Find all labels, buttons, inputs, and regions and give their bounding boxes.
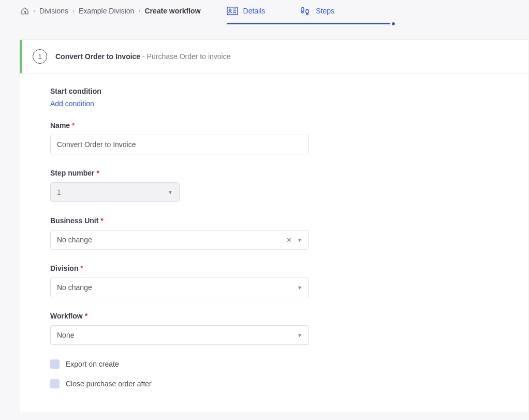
export-on-create-label: Export on create: [66, 360, 119, 368]
field-name: Name *: [50, 121, 346, 154]
close-po-checkbox[interactable]: [50, 379, 60, 388]
close-po-label: Close purchase order after: [66, 380, 152, 388]
breadcrumbs: › Divisions › Example Division › Create …: [21, 7, 201, 15]
export-on-create-checkbox[interactable]: [50, 359, 60, 369]
business-unit-value: No change: [57, 236, 92, 244]
chevron-down-icon: ▼: [297, 332, 302, 338]
step-card: 1 Convert Order to Invoice - Purchase Or…: [20, 39, 529, 412]
breadcrumb-current: Create workflow: [144, 7, 200, 15]
clear-icon[interactable]: ✕: [286, 236, 292, 244]
workflow-select[interactable]: None ▼: [50, 325, 309, 345]
step-subtitle: - Purchase Order to invoice: [142, 52, 230, 61]
step-title-wrap: Convert Order to Invoice - Purchase Orde…: [55, 52, 230, 61]
chevron-right-icon: ›: [138, 7, 140, 15]
chevron-right-icon: ›: [33, 7, 35, 15]
field-division: Division * No change ▼: [50, 264, 346, 297]
progress-tabs: Details Steps: [227, 6, 335, 16]
required-asterisk: *: [72, 121, 75, 129]
add-condition-link[interactable]: Add condition: [50, 99, 94, 108]
footsteps-icon: [299, 6, 311, 16]
form-body: Start condition Add condition Name * Ste…: [20, 74, 357, 409]
chevron-right-icon: ›: [72, 7, 75, 15]
chevron-down-icon: ▼: [168, 190, 173, 195]
business-unit-label: Business Unit *: [50, 216, 346, 225]
chevron-down-icon: ▼: [297, 237, 302, 243]
field-business-unit: Business Unit * No change ✕ ▼: [50, 216, 346, 250]
close-po-row: Close purchase order after: [50, 379, 346, 388]
required-asterisk: *: [96, 169, 99, 177]
svg-point-7: [306, 9, 309, 13]
workflow-label: Workflow *: [50, 312, 346, 320]
division-label: Division *: [50, 264, 346, 272]
svg-point-8: [306, 13, 308, 15]
step-number-select[interactable]: 1 ▼: [50, 182, 180, 202]
svg-point-6: [302, 11, 304, 13]
tab-steps-label: Steps: [316, 7, 334, 15]
name-input[interactable]: [50, 135, 309, 154]
export-on-create-row: Export on create: [50, 359, 346, 369]
step-number: 1: [38, 53, 41, 61]
required-asterisk: *: [100, 216, 103, 225]
division-select[interactable]: No change ▼: [50, 278, 309, 297]
field-workflow: Workflow * None ▼: [50, 312, 346, 345]
required-asterisk: *: [85, 312, 87, 320]
progress-line: [227, 23, 393, 24]
home-icon[interactable]: [21, 7, 29, 15]
tab-details-label: Details: [243, 7, 266, 15]
workflow-value: None: [57, 331, 74, 339]
svg-point-5: [301, 8, 304, 11]
required-asterisk: *: [80, 264, 83, 272]
step-number-label: Step number *: [50, 169, 346, 177]
breadcrumb-division-name[interactable]: Example Division: [79, 7, 134, 15]
breadcrumb-divisions[interactable]: Divisions: [39, 7, 68, 15]
tab-steps[interactable]: Steps: [299, 6, 334, 16]
business-unit-select[interactable]: No change ✕ ▼: [50, 230, 309, 250]
tab-details[interactable]: Details: [227, 6, 266, 16]
step-number-value: 1: [57, 188, 61, 196]
id-card-icon: [227, 6, 238, 16]
step-card-header: 1 Convert Order to Invoice - Purchase Or…: [20, 40, 528, 74]
start-condition-label: Start condition: [50, 87, 346, 95]
svg-point-1: [229, 9, 231, 11]
step-title: Convert Order to Invoice: [55, 52, 140, 61]
progress-end-dot: [390, 21, 396, 27]
topbar: › Divisions › Example Division › Create …: [0, 0, 529, 25]
field-step-number: Step number * 1 ▼: [50, 169, 346, 202]
division-value: No change: [57, 283, 92, 292]
chevron-down-icon: ▼: [297, 285, 302, 291]
name-label: Name *: [50, 121, 346, 129]
step-number-circle: 1: [33, 49, 47, 64]
